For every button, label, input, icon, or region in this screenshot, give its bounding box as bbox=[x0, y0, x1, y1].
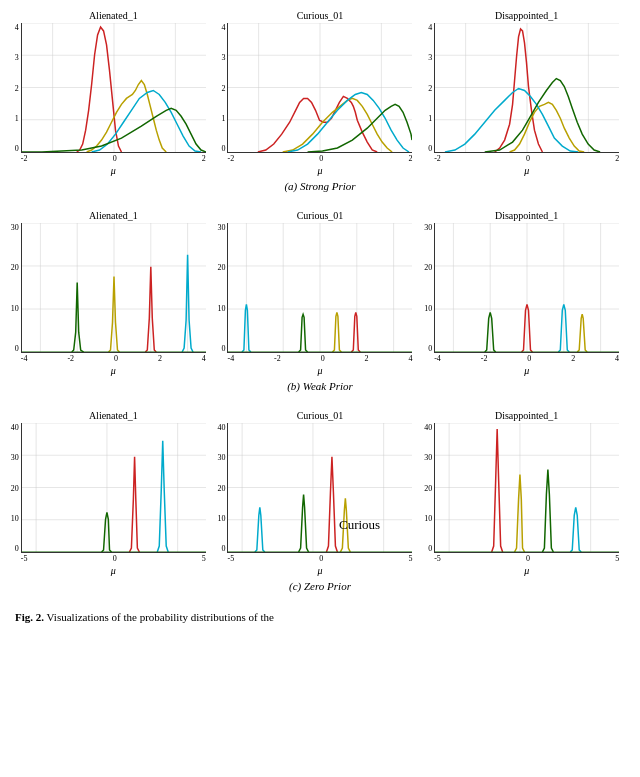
ytick: 30 bbox=[217, 223, 225, 232]
plot-title: Disappointed_1 bbox=[495, 210, 558, 221]
ytick: 20 bbox=[217, 263, 225, 272]
ytick: 1 bbox=[428, 114, 432, 123]
plot-area bbox=[227, 223, 412, 353]
plot-title: Alienated_1 bbox=[89, 410, 138, 421]
plot-disappointed-strong: Disappointed_1 4 3 2 1 0 bbox=[429, 10, 624, 176]
ytick: 4 bbox=[428, 23, 432, 32]
ytick: 20 bbox=[424, 263, 432, 272]
x-ticks: -505 bbox=[434, 554, 619, 563]
x-axis-label: μ bbox=[524, 565, 529, 576]
ytick: 10 bbox=[11, 304, 19, 313]
ytick: 2 bbox=[428, 84, 432, 93]
caption-weak: (b) Weak Prior bbox=[287, 380, 353, 392]
plot-curious-weak: Curious_01 30 20 10 0 bbox=[222, 210, 417, 376]
row-plots-b: Alienated_1 30 20 10 0 bbox=[10, 210, 630, 376]
ytick: 0 bbox=[15, 144, 19, 153]
plot-area bbox=[21, 223, 206, 353]
ytick: 20 bbox=[217, 484, 225, 493]
ytick: 4 bbox=[221, 23, 225, 32]
ytick: 10 bbox=[217, 514, 225, 523]
x-axis-label: μ bbox=[524, 365, 529, 376]
ytick: 40 bbox=[11, 423, 19, 432]
plot-title: Alienated_1 bbox=[89, 210, 138, 221]
x-axis-label: μ bbox=[317, 365, 322, 376]
ytick: 0 bbox=[15, 344, 19, 353]
ytick: 10 bbox=[424, 514, 432, 523]
plot-curious-strong: Curious_01 4 3 2 1 0 bbox=[222, 10, 417, 176]
plot-disappointed-weak: Disappointed_1 30 20 10 0 bbox=[429, 210, 624, 376]
plot-title: Curious_01 bbox=[297, 10, 344, 21]
ytick: 40 bbox=[217, 423, 225, 432]
row-weak-prior: Alienated_1 30 20 10 0 bbox=[10, 210, 630, 402]
x-axis-label: μ bbox=[111, 565, 116, 576]
ytick: 30 bbox=[424, 453, 432, 462]
ytick: 3 bbox=[221, 53, 225, 62]
plot-title: Curious_01 bbox=[297, 410, 344, 421]
ytick: 4 bbox=[15, 23, 19, 32]
plot-area bbox=[21, 23, 206, 153]
ytick: 0 bbox=[428, 544, 432, 553]
curious-label-detection: Curious bbox=[339, 517, 380, 533]
ytick: 30 bbox=[11, 223, 19, 232]
x-ticks: -505 bbox=[21, 554, 206, 563]
x-ticks: -202 bbox=[227, 154, 412, 163]
plot-area bbox=[21, 423, 206, 553]
plot-title: Alienated_1 bbox=[89, 10, 138, 21]
ytick: 30 bbox=[11, 453, 19, 462]
ytick: 10 bbox=[11, 514, 19, 523]
plot-alienated-zero: Alienated_1 40 30 20 10 0 bbox=[16, 410, 211, 576]
ytick: 30 bbox=[424, 223, 432, 232]
plot-alienated-strong: Alienated_1 4 3 2 1 0 bbox=[16, 10, 211, 176]
ytick: 20 bbox=[11, 263, 19, 272]
plot-area bbox=[434, 423, 619, 553]
x-ticks: -4-2024 bbox=[21, 354, 206, 363]
ytick: 0 bbox=[221, 144, 225, 153]
figure-container: Alienated_1 4 3 2 1 0 bbox=[10, 10, 630, 625]
ytick: 20 bbox=[11, 484, 19, 493]
x-axis-label: μ bbox=[524, 165, 529, 176]
ytick: 3 bbox=[428, 53, 432, 62]
plot-title: Curious_01 bbox=[297, 210, 344, 221]
x-ticks: -505 bbox=[227, 554, 412, 563]
ytick: 2 bbox=[221, 84, 225, 93]
ytick: 0 bbox=[428, 144, 432, 153]
plot-area bbox=[434, 223, 619, 353]
ytick: 1 bbox=[221, 114, 225, 123]
caption-zero: (c) Zero Prior bbox=[289, 580, 351, 592]
plot-title: Disappointed_1 bbox=[495, 410, 558, 421]
x-axis-label: μ bbox=[317, 165, 322, 176]
x-axis-label: μ bbox=[111, 165, 116, 176]
ytick: 10 bbox=[217, 304, 225, 313]
x-axis-label: μ bbox=[317, 565, 322, 576]
row-strong-prior: Alienated_1 4 3 2 1 0 bbox=[10, 10, 630, 202]
x-ticks: -202 bbox=[21, 154, 206, 163]
ytick: 0 bbox=[221, 344, 225, 353]
plot-title: Disappointed_1 bbox=[495, 10, 558, 21]
ytick: 20 bbox=[424, 484, 432, 493]
ytick: 0 bbox=[221, 544, 225, 553]
ytick: 10 bbox=[424, 304, 432, 313]
row-plots-c: Alienated_1 40 30 20 10 0 bbox=[10, 410, 630, 576]
ytick: 0 bbox=[428, 344, 432, 353]
plot-curious-zero: Curious_01 40 30 20 10 0 bbox=[222, 410, 417, 576]
ytick: 30 bbox=[217, 453, 225, 462]
plot-area bbox=[227, 23, 412, 153]
ytick: 1 bbox=[15, 114, 19, 123]
x-ticks: -4-2024 bbox=[434, 354, 619, 363]
x-ticks: -202 bbox=[434, 154, 619, 163]
plot-alienated-weak: Alienated_1 30 20 10 0 bbox=[16, 210, 211, 376]
x-ticks: -4-2024 bbox=[227, 354, 412, 363]
x-axis-label: μ bbox=[111, 365, 116, 376]
figure-caption: Fig. 2. Visualizations of the probabilit… bbox=[10, 610, 630, 625]
row-zero-prior: Alienated_1 40 30 20 10 0 bbox=[10, 410, 630, 602]
plot-area bbox=[434, 23, 619, 153]
plot-disappointed-zero: Disappointed_1 40 30 20 10 0 bbox=[429, 410, 624, 576]
plot-area bbox=[227, 423, 412, 553]
ytick: 3 bbox=[15, 53, 19, 62]
row-plots-a: Alienated_1 4 3 2 1 0 bbox=[10, 10, 630, 176]
ytick: 40 bbox=[424, 423, 432, 432]
ytick: 0 bbox=[15, 544, 19, 553]
caption-strong: (a) Strong Prior bbox=[284, 180, 355, 192]
ytick: 2 bbox=[15, 84, 19, 93]
